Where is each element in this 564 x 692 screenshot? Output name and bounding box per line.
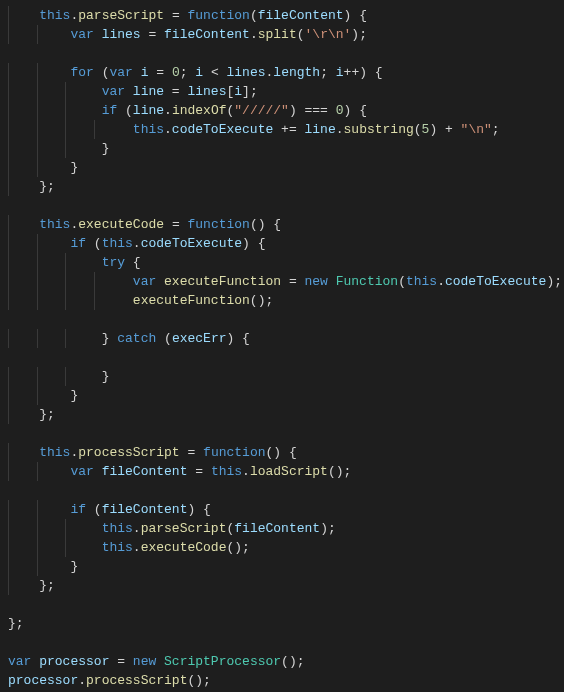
code-token: . (242, 464, 250, 479)
code-line[interactable]: var line = lines[i]; (8, 82, 564, 101)
code-token: i (195, 65, 203, 80)
code-line[interactable]: for (var i = 0; i < lines.length; i++) { (8, 63, 564, 82)
code-token: for (70, 65, 93, 80)
code-line[interactable]: }; (8, 576, 564, 595)
code-token: line (305, 122, 336, 137)
indent-guide (37, 25, 38, 44)
code-line[interactable]: if (this.codeToExecute) { (8, 234, 564, 253)
code-token: fileContent (258, 8, 344, 23)
code-line[interactable]: } (8, 367, 564, 386)
code-editor[interactable]: this.parseScript = function(fileContent)… (0, 0, 564, 692)
indent-guide (8, 386, 9, 405)
code-token: this (406, 274, 437, 289)
code-token: () (250, 217, 273, 232)
code-line[interactable]: } (8, 386, 564, 405)
code-line[interactable] (8, 633, 564, 652)
indent-guide (8, 177, 9, 196)
code-line[interactable]: var processor = new ScriptProcessor(); (8, 652, 564, 671)
indent-guide (37, 386, 38, 405)
indent-guide (8, 101, 9, 120)
code-token: codeToExecute (141, 236, 242, 251)
code-token: ( (156, 331, 172, 346)
code-token (328, 274, 336, 289)
code-token: ; (47, 578, 55, 593)
code-token: executeFunction (133, 293, 250, 308)
code-line[interactable]: if (line.indexOf("/////") === 0) { (8, 101, 564, 120)
code-token: processor (39, 654, 109, 669)
code-token: { (375, 65, 383, 80)
code-token: } (102, 369, 110, 384)
indent-guide (37, 519, 38, 538)
code-token: === (305, 103, 328, 118)
code-token: this (39, 445, 70, 460)
code-token: = (281, 274, 304, 289)
code-line[interactable]: this.codeToExecute += line.substring(5) … (8, 120, 564, 139)
code-token: 0 (336, 103, 344, 118)
code-line[interactable]: try { (8, 253, 564, 272)
code-line[interactable]: }; (8, 405, 564, 424)
code-token: ( (86, 502, 102, 517)
code-line[interactable]: } (8, 139, 564, 158)
code-line[interactable]: this.parseScript = function(fileContent)… (8, 6, 564, 25)
code-token: i (234, 84, 242, 99)
code-line[interactable] (8, 310, 564, 329)
code-token: () (266, 445, 289, 460)
code-line[interactable]: this.processScript = function() { (8, 443, 564, 462)
code-token: new (133, 654, 156, 669)
code-token: this (102, 521, 133, 536)
code-line[interactable]: this.executeCode(); (8, 538, 564, 557)
code-token: new (304, 274, 327, 289)
indent-guide (8, 405, 9, 424)
code-token: ( (398, 274, 406, 289)
code-token: } (70, 160, 78, 175)
code-line[interactable]: }; (8, 177, 564, 196)
code-token: ) (359, 65, 375, 80)
code-line[interactable]: this.parseScript(fileContent); (8, 519, 564, 538)
indent-guide (65, 272, 66, 291)
code-token: codeToExecute (445, 274, 546, 289)
code-line[interactable]: }; (8, 614, 564, 633)
code-token (94, 464, 102, 479)
indent-guide (37, 291, 38, 310)
code-token: processScript (86, 673, 187, 688)
indent-guide (8, 63, 9, 82)
code-token: } (39, 578, 47, 593)
code-token: + (445, 122, 453, 137)
code-line[interactable] (8, 44, 564, 63)
code-line[interactable]: var lines = fileContent.split('\r\n'); (8, 25, 564, 44)
code-token: } (39, 407, 47, 422)
code-line[interactable] (8, 595, 564, 614)
code-line[interactable] (8, 348, 564, 367)
code-token: } (70, 559, 78, 574)
code-token: this (102, 236, 133, 251)
code-line[interactable] (8, 481, 564, 500)
code-token: { (258, 236, 266, 251)
code-line[interactable]: var executeFunction = new Function(this.… (8, 272, 564, 291)
code-line[interactable] (8, 196, 564, 215)
code-line[interactable] (8, 424, 564, 443)
indent-whitespace (8, 217, 39, 232)
code-line[interactable]: } (8, 557, 564, 576)
indent-guide (37, 101, 38, 120)
code-token: . (78, 673, 86, 688)
indent-whitespace (8, 84, 102, 99)
code-token: < (203, 65, 226, 80)
code-line[interactable]: var fileContent = this.loadScript(); (8, 462, 564, 481)
code-token: ++ (344, 65, 360, 80)
code-token: { (242, 331, 250, 346)
code-token: try (102, 255, 125, 270)
code-token: function (187, 8, 249, 23)
code-line[interactable]: processor.processScript(); (8, 671, 564, 690)
indent-guide (37, 63, 38, 82)
indent-guide (37, 538, 38, 557)
code-line[interactable]: executeFunction(); (8, 291, 564, 310)
code-line[interactable]: this.executeCode = function() { (8, 215, 564, 234)
code-line[interactable]: } (8, 158, 564, 177)
code-line[interactable]: } catch (execErr) { (8, 329, 564, 348)
code-token: . (164, 122, 172, 137)
code-line[interactable]: if (fileContent) { (8, 500, 564, 519)
code-token: fileContent (234, 521, 320, 536)
code-token: ) (289, 103, 305, 118)
indent-guide (65, 82, 66, 101)
code-token: fileContent (102, 502, 188, 517)
